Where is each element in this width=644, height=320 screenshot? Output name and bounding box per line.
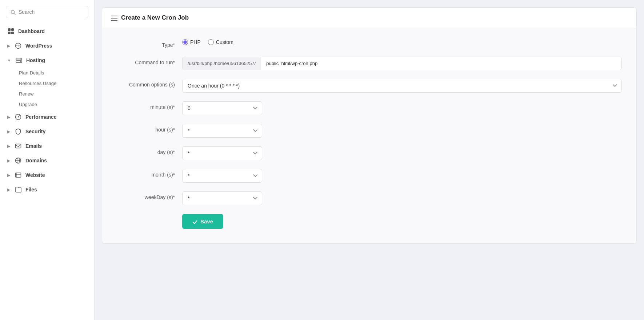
command-label: Command to run* bbox=[117, 57, 175, 65]
sidebar: Dashboard ▶ WordPress ▼ Hosting Plan Det… bbox=[0, 0, 95, 320]
day-label: day (s)* bbox=[117, 146, 175, 155]
sidebar-subitem-plan-details[interactable]: Plan Details bbox=[0, 68, 94, 78]
chevron-right-icon-perf: ▶ bbox=[7, 115, 10, 119]
sidebar-subitem-label-resources-usage: Resources Usage bbox=[19, 81, 56, 86]
dashboard-icon bbox=[7, 28, 15, 35]
svg-rect-5 bbox=[11, 32, 14, 34]
radio-custom-input[interactable] bbox=[208, 39, 214, 45]
main-content: Create a New Cron Job Type* PHP Custom bbox=[95, 0, 644, 320]
svg-rect-17 bbox=[16, 173, 21, 177]
website-icon bbox=[15, 171, 22, 179]
chevron-down-icon: ▼ bbox=[7, 58, 11, 62]
chevron-right-icon-domains: ▶ bbox=[7, 159, 10, 163]
svg-line-1 bbox=[14, 13, 16, 15]
hour-select[interactable]: * bbox=[182, 124, 262, 138]
svg-rect-13 bbox=[16, 144, 21, 148]
menu-icon bbox=[111, 15, 117, 21]
command-prefix: /usr/bin/php /home/u561365257/ bbox=[183, 57, 261, 70]
search-icon bbox=[11, 9, 16, 15]
radio-php-label: PHP bbox=[190, 39, 201, 45]
card-body: Type* PHP Custom Com bbox=[102, 28, 636, 243]
type-radio-group: PHP Custom bbox=[182, 39, 233, 45]
radio-custom[interactable]: Custom bbox=[208, 39, 233, 45]
files-icon bbox=[15, 186, 22, 193]
command-suffix-input[interactable] bbox=[261, 57, 621, 70]
command-input-group: /usr/bin/php /home/u561365257/ bbox=[182, 57, 622, 70]
day-row: day (s)* * bbox=[117, 146, 622, 160]
save-label: Save bbox=[200, 218, 213, 224]
sidebar-item-label-website: Website bbox=[25, 172, 45, 178]
sidebar-item-label-performance: Performance bbox=[25, 114, 57, 120]
sidebar-subitem-renew[interactable]: Renew bbox=[0, 89, 94, 99]
weekday-row: weekDay (s)* * bbox=[117, 191, 622, 205]
month-control: * bbox=[182, 169, 622, 183]
emails-icon bbox=[15, 142, 22, 150]
type-row: Type* PHP Custom bbox=[117, 39, 622, 48]
sidebar-subitem-label-renew: Renew bbox=[19, 91, 33, 97]
sidebar-item-label-emails: Emails bbox=[25, 143, 42, 149]
sidebar-item-emails[interactable]: ▶ Emails bbox=[0, 139, 94, 153]
hour-control: * bbox=[182, 124, 622, 138]
month-row: month (s)* * bbox=[117, 169, 622, 183]
search-box[interactable] bbox=[6, 6, 88, 18]
minute-control: 0 bbox=[182, 101, 622, 115]
hour-row: hour (s)* * bbox=[117, 124, 622, 138]
wordpress-icon bbox=[15, 42, 22, 49]
sidebar-item-label-files: Files bbox=[25, 187, 37, 193]
sidebar-item-website[interactable]: ▶ Website bbox=[0, 168, 94, 182]
sidebar-subitem-label-plan-details: Plan Details bbox=[19, 70, 44, 76]
svg-rect-3 bbox=[11, 28, 14, 31]
card-header: Create a New Cron Job bbox=[102, 8, 636, 28]
sidebar-item-domains[interactable]: ▶ Domains bbox=[0, 153, 94, 168]
common-options-label: Common options (s) bbox=[117, 79, 175, 88]
common-options-select[interactable]: Once an hour (0 * * * *) bbox=[182, 79, 622, 93]
radio-php-input[interactable] bbox=[182, 39, 188, 45]
radio-php[interactable]: PHP bbox=[182, 39, 201, 45]
minute-row: minute (s)* 0 bbox=[117, 101, 622, 115]
radio-custom-label: Custom bbox=[216, 39, 233, 45]
sidebar-item-security[interactable]: ▶ Security bbox=[0, 124, 94, 139]
sidebar-item-hosting[interactable]: ▼ Hosting bbox=[0, 53, 94, 68]
month-label: month (s)* bbox=[117, 169, 175, 178]
sidebar-subitem-upgrade[interactable]: Upgrade bbox=[0, 99, 94, 110]
sidebar-item-label-hosting: Hosting bbox=[26, 57, 45, 63]
command-row: Command to run* /usr/bin/php /home/u5613… bbox=[117, 57, 622, 70]
sidebar-item-label-security: Security bbox=[25, 129, 45, 134]
chevron-right-icon-email: ▶ bbox=[7, 144, 10, 148]
weekday-control: * bbox=[182, 191, 622, 205]
chevron-right-icon-website: ▶ bbox=[7, 173, 10, 177]
security-icon bbox=[15, 128, 22, 135]
sidebar-item-files[interactable]: ▶ Files bbox=[0, 182, 94, 197]
sidebar-item-label-wordpress: WordPress bbox=[25, 43, 52, 49]
svg-point-12 bbox=[18, 117, 19, 118]
sidebar-item-dashboard[interactable]: Dashboard bbox=[0, 24, 94, 39]
checkmark-icon bbox=[192, 218, 197, 224]
save-button[interactable]: Save bbox=[182, 214, 223, 229]
type-control: PHP Custom bbox=[182, 39, 622, 45]
chevron-right-icon: ▶ bbox=[7, 44, 10, 48]
command-control: /usr/bin/php /home/u561365257/ bbox=[182, 57, 622, 70]
search-input[interactable] bbox=[19, 9, 84, 15]
svg-point-10 bbox=[20, 61, 21, 62]
page-title: Create a New Cron Job bbox=[121, 14, 189, 21]
svg-point-9 bbox=[20, 59, 21, 60]
common-options-control: Once an hour (0 * * * *) bbox=[182, 79, 622, 93]
sidebar-subitem-label-upgrade: Upgrade bbox=[19, 102, 37, 107]
day-select[interactable]: * bbox=[182, 146, 262, 160]
save-row: Save bbox=[182, 214, 622, 229]
sidebar-subitem-resources-usage[interactable]: Resources Usage bbox=[0, 78, 94, 89]
svg-rect-2 bbox=[8, 28, 11, 31]
sidebar-item-wordpress[interactable]: ▶ WordPress bbox=[0, 39, 94, 53]
domains-icon bbox=[15, 157, 22, 164]
chevron-right-icon-sec: ▶ bbox=[7, 130, 10, 134]
weekday-select[interactable]: * bbox=[182, 191, 262, 205]
chevron-right-icon-files: ▶ bbox=[7, 188, 10, 192]
hosting-icon bbox=[15, 57, 23, 64]
type-label: Type* bbox=[117, 39, 175, 48]
cron-job-card: Create a New Cron Job Type* PHP Custom bbox=[102, 7, 637, 244]
sidebar-item-performance[interactable]: ▶ Performance bbox=[0, 110, 94, 124]
common-options-row: Common options (s) Once an hour (0 * * *… bbox=[117, 79, 622, 93]
month-select[interactable]: * bbox=[182, 169, 262, 183]
minute-select[interactable]: 0 bbox=[182, 101, 262, 115]
sidebar-item-label-domains: Domains bbox=[25, 158, 47, 163]
